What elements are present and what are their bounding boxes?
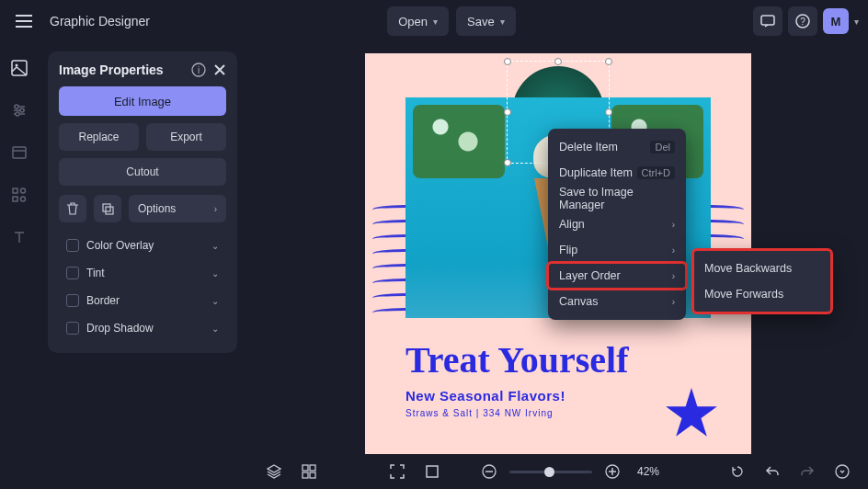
image-properties-panel: Image Properties i Edit Image Replace Ex… (48, 51, 237, 353)
property-label: Border (86, 294, 120, 307)
svg-rect-0 (761, 16, 774, 25)
export-button[interactable]: Export (146, 123, 226, 151)
info-icon[interactable]: i (191, 63, 206, 77)
zoom-out-icon[interactable] (474, 457, 504, 486)
menu-item-label: Delete Item (559, 141, 618, 154)
menu-icon[interactable] (9, 6, 39, 36)
svg-rect-19 (303, 472, 308, 478)
delete-icon[interactable] (59, 195, 86, 222)
layers-icon[interactable] (259, 457, 289, 486)
fullscreen-icon[interactable] (383, 457, 412, 486)
subhead-text[interactable]: New Seasonal Flavors! (405, 388, 565, 404)
options-label: Options (138, 202, 176, 215)
chevron-right-icon: › (672, 220, 675, 230)
svg-point-24 (836, 465, 849, 478)
context-submenu-item[interactable]: Move Forwards (693, 281, 831, 307)
svg-rect-20 (310, 472, 315, 478)
open-menu[interactable]: Open ▾ (387, 6, 449, 36)
more-icon[interactable] (828, 457, 857, 486)
svg-rect-9 (13, 188, 17, 193)
svg-text:i: i (198, 65, 200, 75)
svg-rect-15 (103, 204, 110, 211)
menu-item-label: Canvas (559, 295, 598, 308)
property-row[interactable]: Border⌄ (59, 287, 226, 314)
svg-point-12 (21, 197, 26, 201)
avatar-chevron-icon[interactable]: ▾ (854, 17, 859, 27)
panel-title: Image Properties (59, 63, 164, 77)
chevron-right-icon: › (672, 271, 675, 281)
property-row[interactable]: Color Overlay⌄ (59, 232, 226, 259)
zoom-slider[interactable] (509, 471, 592, 473)
svg-text:?: ? (800, 17, 805, 27)
svg-point-7 (16, 112, 19, 116)
property-label: Drop Shadow (86, 322, 154, 335)
panel-tool-icon[interactable] (8, 142, 30, 164)
history-icon[interactable] (723, 457, 752, 486)
svg-rect-18 (310, 465, 315, 471)
chevron-down-icon: ▾ (500, 17, 505, 27)
undo-icon[interactable] (758, 457, 787, 486)
checkbox-icon[interactable] (66, 294, 79, 307)
context-menu-item[interactable]: Align› (548, 211, 686, 237)
grid-icon[interactable] (294, 457, 324, 486)
text-tool-icon[interactable] (8, 226, 30, 248)
avatar[interactable]: M (823, 8, 849, 34)
chevron-down-icon: ⌄ (211, 268, 219, 279)
edit-image-button[interactable]: Edit Image (59, 86, 226, 116)
menu-item-label: Duplicate Item (559, 166, 633, 179)
app-title: Graphic Designer (50, 14, 150, 28)
chevron-down-icon: ▾ (433, 17, 438, 27)
fit-icon[interactable] (417, 457, 447, 486)
close-icon[interactable] (213, 63, 226, 76)
svg-rect-17 (303, 465, 308, 471)
star-shape[interactable] (665, 388, 718, 441)
menu-item-label: Save to Image Manager (559, 186, 675, 211)
context-menu-item[interactable]: Duplicate ItemCtrl+D (548, 160, 686, 186)
svg-rect-16 (106, 207, 113, 214)
cutout-button[interactable]: Cutout (59, 158, 226, 186)
property-label: Tint (86, 267, 105, 279)
save-label: Save (467, 15, 495, 28)
shortcut-label: Ctrl+D (637, 166, 675, 179)
menu-item-label: Flip (559, 244, 577, 256)
context-menu-item[interactable]: Canvas› (548, 289, 686, 314)
redo-icon[interactable] (793, 457, 822, 486)
save-menu[interactable]: Save ▾ (456, 6, 516, 36)
property-label: Color Overlay (86, 239, 154, 252)
replace-button[interactable]: Replace (59, 123, 139, 151)
duplicate-icon[interactable] (94, 195, 121, 222)
context-menu-item[interactable]: Layer Order› (548, 263, 686, 289)
adjust-tool-icon[interactable] (8, 99, 30, 121)
options-menu[interactable]: Options › (129, 195, 226, 222)
chevron-down-icon: ⌄ (211, 241, 219, 251)
svg-rect-8 (13, 147, 26, 158)
shortcut-label: Del (650, 141, 675, 154)
zoom-value: 42% (633, 465, 664, 478)
checkbox-icon[interactable] (66, 239, 79, 252)
checkbox-icon[interactable] (66, 267, 79, 279)
open-label: Open (398, 15, 428, 28)
headline-text[interactable]: Treat Yourself (405, 338, 629, 381)
feedback-icon[interactable] (753, 6, 782, 36)
context-menu-item[interactable]: Flip› (548, 237, 686, 263)
property-row[interactable]: Tint⌄ (59, 259, 226, 287)
property-row[interactable]: Drop Shadow⌄ (59, 314, 226, 342)
detail-text[interactable]: Straws & Salt | 334 NW Irving (405, 408, 554, 418)
context-menu: Delete ItemDelDuplicate ItemCtrl+DSave t… (548, 129, 686, 320)
help-icon[interactable]: ? (788, 6, 817, 36)
svg-point-6 (20, 108, 24, 112)
zoom-in-icon[interactable] (598, 457, 627, 486)
chevron-down-icon: ⌄ (211, 324, 219, 334)
chevron-right-icon: › (672, 245, 675, 256)
svg-rect-21 (427, 466, 438, 477)
checkbox-icon[interactable] (66, 322, 79, 335)
bottom-bar: 42% (248, 454, 868, 489)
context-menu-item[interactable]: Delete ItemDel (548, 134, 686, 160)
chevron-right-icon: › (672, 297, 675, 307)
shapes-tool-icon[interactable] (8, 184, 30, 206)
image-tool-icon[interactable] (8, 57, 30, 79)
menu-item-label: Layer Order (559, 269, 621, 282)
context-submenu: Move BackwardsMove Forwards (693, 250, 831, 313)
context-submenu-item[interactable]: Move Backwards (693, 256, 831, 281)
context-menu-item[interactable]: Save to Image Manager (548, 186, 686, 211)
